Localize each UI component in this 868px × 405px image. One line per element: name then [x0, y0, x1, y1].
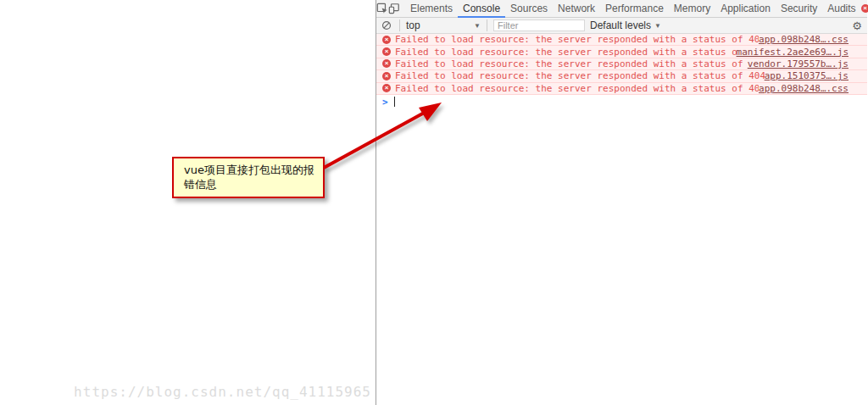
tabbar-right-controls: × 5 ⋮ × — [861, 0, 868, 17]
devtools-tab[interactable]: Security — [776, 0, 822, 18]
console-error-row[interactable]: × Failed to load resource: the server re… — [376, 46, 867, 58]
devtools-tab[interactable]: Audits — [822, 0, 860, 18]
console-error-row[interactable]: × Failed to load resource: the server re… — [376, 34, 867, 46]
devtools-tab[interactable]: Sources — [505, 0, 553, 18]
devtools-tab-label: Performance — [605, 3, 664, 14]
log-levels-value: Default levels — [590, 19, 651, 31]
devtools-tab-label: Network — [558, 3, 595, 14]
devtools-panel: Elements Console Sources Network Perform… — [376, 0, 867, 405]
devtools-tab[interactable]: Network — [553, 0, 600, 18]
console-settings-gear-icon[interactable]: ⚙ — [852, 19, 862, 32]
devtools-tab[interactable]: Application — [715, 0, 776, 18]
devtools-tab-label: Sources — [510, 3, 548, 14]
execution-context-select[interactable]: top ▼ — [403, 19, 484, 31]
annotation-text: vue项目直接打包出现的报错信息 — [184, 164, 314, 191]
console-prompt[interactable]: > — [376, 95, 867, 108]
devtools-tab[interactable]: Performance — [600, 0, 669, 18]
error-message: Failed to load resource: the server resp… — [395, 34, 759, 45]
error-source-link[interactable]: vendor.179557b….js — [748, 58, 849, 69]
error-count-badge[interactable]: × 5 — [861, 3, 868, 14]
devtools-tab-label: Elements — [410, 3, 453, 14]
watermark-url: https://blog.csdn.net/qq_41115965 — [74, 384, 371, 400]
filter-input[interactable] — [493, 19, 585, 31]
devtools-tab-label: Audits — [827, 3, 855, 14]
chevron-down-icon: ▼ — [654, 22, 661, 30]
log-levels-select[interactable]: Default levels ▼ — [590, 19, 661, 31]
devtools-tabs: Elements Console Sources Network Perform… — [405, 0, 861, 18]
toolbar-divider — [399, 19, 400, 31]
devtools-tab-label: Application — [721, 3, 771, 14]
error-message: Failed to load resource: the server resp… — [395, 70, 765, 81]
console-messages: × Failed to load resource: the server re… — [376, 34, 867, 405]
annotation-callout: vue项目直接打包出现的报错信息 — [172, 157, 325, 198]
devtools-tab[interactable]: Elements — [405, 0, 458, 18]
error-message: Failed to load resource: the server resp… — [395, 58, 748, 69]
devtools-tab[interactable]: Console — [458, 0, 505, 18]
error-icon: × — [382, 36, 391, 44]
error-source-link[interactable]: app.098b248….css — [759, 34, 849, 45]
error-source-link[interactable]: manifest.2ae2e69….js — [737, 47, 849, 58]
device-toolbar-icon[interactable] — [388, 0, 400, 17]
chevron-down-icon: ▼ — [474, 22, 481, 30]
error-icon: × — [382, 59, 391, 68]
error-icon: × — [382, 47, 391, 56]
toolbar-divider — [487, 19, 487, 31]
console-error-row[interactable]: × Failed to load resource: the server re… — [376, 83, 867, 95]
error-icon: × — [382, 84, 391, 92]
error-icon: × — [382, 72, 391, 80]
devtools-tab-label: Security — [781, 3, 817, 14]
text-cursor — [394, 97, 395, 107]
error-message: Failed to load resource: the server resp… — [395, 83, 759, 94]
console-toolbar: top ▼ Default levels ▼ ⚙ — [376, 18, 867, 34]
prompt-chevron-icon: > — [382, 97, 388, 108]
execution-context-value: top — [406, 19, 470, 31]
devtools-tabbar: Elements Console Sources Network Perform… — [376, 0, 867, 18]
console-error-row[interactable]: × Failed to load resource: the server re… — [376, 58, 867, 70]
clear-console-icon[interactable] — [376, 17, 397, 34]
page-background: vue项目直接打包出现的报错信息 https://blog.csdn.net/q… — [0, 0, 376, 405]
error-badge-icon: × — [861, 4, 868, 13]
error-message: Failed to load resource: the server resp… — [395, 47, 737, 58]
devtools-tab-label: Console — [463, 3, 500, 14]
devtools-tab[interactable]: Memory — [669, 0, 715, 18]
error-source-link[interactable]: app.1510375….js — [765, 70, 849, 81]
screenshot-root: vue项目直接打包出现的报错信息 https://blog.csdn.net/q… — [0, 0, 868, 405]
error-source-link[interactable]: app.098b248….css — [759, 83, 849, 94]
devtools-tab-label: Memory — [674, 3, 710, 14]
inspect-element-icon[interactable] — [376, 0, 388, 17]
console-error-row[interactable]: × Failed to load resource: the server re… — [376, 70, 867, 82]
